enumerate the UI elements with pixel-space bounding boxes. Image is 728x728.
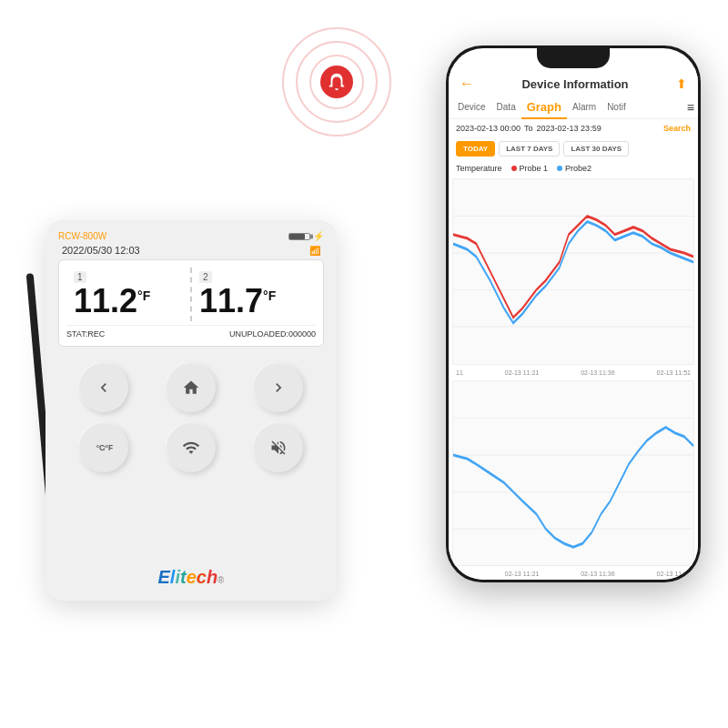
- probe2-dot: [557, 166, 562, 171]
- date-to-label: To: [524, 124, 533, 133]
- temp-unit-button[interactable]: °C / °F: [79, 423, 128, 472]
- last30days-button[interactable]: LAST 30 DAYS: [563, 141, 629, 157]
- device-body: RCW-800W ⚡ 2022/05/30 12:03 📶 1 11.2 °F …: [46, 218, 337, 601]
- graph-area: 11 02-13 11:21 02-13 11:36 02-13 11:51: [449, 177, 698, 580]
- nav-menu-button[interactable]: ≡: [687, 100, 694, 115]
- wifi-icon: 📶: [309, 246, 320, 256]
- signal-button[interactable]: [167, 423, 216, 472]
- device-connectivity-icons: 📶: [309, 246, 320, 256]
- chart1: [452, 178, 694, 365]
- search-button[interactable]: Search: [663, 124, 691, 133]
- phone-frame: ← Device Information ⬆ Device Data Graph…: [446, 46, 701, 582]
- quick-date-buttons: TODAY LAST 7 DAYS LAST 30 DAYS: [449, 137, 698, 160]
- alarm-icon: [320, 66, 353, 98]
- chart-legend: Temperature Probe 1 Probe2: [449, 160, 698, 177]
- last7days-button[interactable]: LAST 7 DAYS: [499, 141, 560, 157]
- probe2-reading: 2 11.7 °F: [192, 268, 316, 321]
- chart2-x-labels: 11 02-13 11:21 02-13 11:36 02-13 11:51: [452, 570, 694, 578]
- share-button[interactable]: ⬆: [676, 76, 687, 91]
- legend-probe1: Probe 1: [511, 164, 549, 173]
- svg-text:°F: °F: [106, 443, 113, 452]
- legend-probe2: Probe2: [557, 164, 592, 173]
- x2-label-1: 11: [456, 571, 463, 577]
- logo-registered: ®: [217, 575, 224, 585]
- probe1-unit: °F: [137, 288, 150, 303]
- logo-letter-e2: e: [187, 567, 197, 587]
- x-label-4: 02-13 11:51: [657, 369, 691, 376]
- logo-letter-t: t: [180, 567, 187, 587]
- probe-readings-row: 1 11.2 °F 2 11.7 °F: [66, 268, 316, 321]
- logo-letter-h: h: [207, 567, 217, 587]
- probe2-label: Probe2: [565, 164, 592, 173]
- nav-tabs: Device Data Graph Alarm Notif ≡: [449, 96, 698, 119]
- probe2-unit: °F: [263, 288, 276, 303]
- x2-label-2: 02-13 11:21: [505, 571, 539, 577]
- left-button[interactable]: [79, 363, 128, 412]
- mute-button[interactable]: [254, 423, 303, 472]
- tab-device[interactable]: Device: [452, 97, 491, 116]
- back-button[interactable]: ←: [460, 76, 474, 92]
- home-button[interactable]: [167, 363, 216, 412]
- date-range-bar: 2023-02-13 00:00 To 2023-02-13 23:59 Sea…: [449, 119, 698, 137]
- x2-label-3: 02-13 11:36: [581, 571, 614, 577]
- device-status-bar: 2022/05/30 12:03 📶: [58, 245, 324, 256]
- tab-data[interactable]: Data: [491, 97, 521, 116]
- date-to[interactable]: 2023-02-13 23:59: [537, 124, 602, 133]
- probe1-reading: 1 11.2 °F: [66, 268, 192, 321]
- app-title: Device Information: [474, 77, 676, 91]
- today-button[interactable]: TODAY: [456, 141, 495, 157]
- chart1-x-labels: 11 02-13 11:21 02-13 11:36 02-13 11:51: [452, 369, 694, 377]
- device-screen: 1 11.2 °F 2 11.7 °F STAT:REC UNUPLOADED:…: [58, 259, 324, 347]
- tab-alarm[interactable]: Alarm: [567, 97, 602, 116]
- elitech-logo: Elitech®: [158, 567, 225, 588]
- x-label-2: 02-13 11:21: [505, 369, 539, 376]
- phone-inner: ← Device Information ⬆ Device Data Graph…: [449, 48, 698, 580]
- device-model-label: RCW-800W: [58, 231, 106, 241]
- logo-letter-e: E: [158, 567, 170, 587]
- probe2-value: 11.7: [199, 285, 263, 318]
- x-label-3: 02-13 11:36: [581, 369, 614, 376]
- logo-letter-c: c: [197, 567, 207, 587]
- phone-screen: ← Device Information ⬆ Device Data Graph…: [449, 48, 698, 580]
- probe1-dot: [511, 166, 517, 171]
- chart2: [452, 380, 694, 567]
- unuploaded-label: UNUPLOADED:000000: [229, 329, 316, 339]
- x2-label-4: 02-13 11:51: [657, 571, 691, 577]
- probe1-value: 11.2: [74, 285, 137, 318]
- date-from[interactable]: 2023-02-13 00:00: [456, 124, 521, 133]
- app-header: ← Device Information ⬆: [449, 68, 698, 96]
- tab-notif[interactable]: Notif: [602, 97, 632, 116]
- x-label-1: 11: [456, 369, 463, 376]
- device-datetime: 2022/05/30 12:03: [62, 245, 140, 256]
- alarm-area: [282, 27, 391, 136]
- stat-label: STAT:REC: [66, 329, 105, 339]
- probe1-label: Probe 1: [520, 164, 549, 173]
- phone-notch: [537, 48, 610, 68]
- probe2-value-row: 11.7 °F: [199, 285, 276, 318]
- tab-graph[interactable]: Graph: [521, 96, 567, 118]
- right-button[interactable]: [254, 363, 303, 412]
- legend-title: Temperature: [456, 164, 502, 173]
- probe1-value-row: 11.2 °F: [74, 285, 150, 318]
- stat-row: STAT:REC UNUPLOADED:000000: [66, 325, 316, 339]
- device-buttons-grid: °C / °F: [58, 356, 324, 480]
